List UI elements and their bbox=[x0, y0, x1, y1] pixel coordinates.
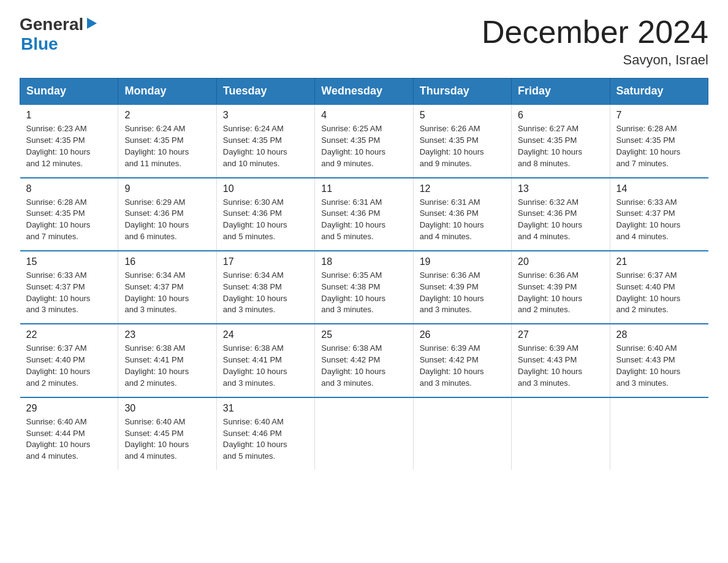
svg-marker-0 bbox=[87, 18, 97, 29]
calendar-cell: 26 Sunrise: 6:39 AM Sunset: 4:42 PM Dayl… bbox=[413, 324, 511, 397]
day-number: 27 bbox=[518, 329, 603, 340]
day-number: 15 bbox=[26, 256, 112, 267]
day-info: Sunrise: 6:37 AM Sunset: 4:40 PM Dayligh… bbox=[616, 270, 702, 316]
calendar-cell bbox=[610, 397, 708, 470]
day-number: 10 bbox=[223, 183, 308, 194]
calendar-cell: 23 Sunrise: 6:38 AM Sunset: 4:41 PM Dayl… bbox=[118, 324, 216, 397]
day-info: Sunrise: 6:23 AM Sunset: 4:35 PM Dayligh… bbox=[26, 123, 112, 169]
day-info: Sunrise: 6:25 AM Sunset: 4:35 PM Dayligh… bbox=[321, 123, 406, 169]
day-header-saturday: Saturday bbox=[610, 79, 708, 105]
logo: General Blue bbox=[20, 15, 98, 54]
day-header-friday: Friday bbox=[512, 79, 610, 105]
calendar-cell: 15 Sunrise: 6:33 AM Sunset: 4:37 PM Dayl… bbox=[20, 251, 118, 324]
day-number: 22 bbox=[26, 329, 112, 340]
calendar-week-row: 22 Sunrise: 6:37 AM Sunset: 4:40 PM Dayl… bbox=[20, 324, 708, 397]
calendar-week-row: 8 Sunrise: 6:28 AM Sunset: 4:35 PM Dayli… bbox=[20, 178, 708, 251]
calendar-cell bbox=[315, 397, 413, 470]
calendar-week-row: 15 Sunrise: 6:33 AM Sunset: 4:37 PM Dayl… bbox=[20, 251, 708, 324]
day-number: 6 bbox=[518, 110, 603, 121]
day-number: 24 bbox=[223, 329, 308, 340]
calendar-cell: 10 Sunrise: 6:30 AM Sunset: 4:36 PM Dayl… bbox=[216, 178, 314, 251]
logo-blue-text: Blue bbox=[21, 34, 98, 54]
day-number: 7 bbox=[616, 110, 702, 121]
calendar-cell: 30 Sunrise: 6:40 AM Sunset: 4:45 PM Dayl… bbox=[118, 397, 216, 470]
day-number: 12 bbox=[420, 183, 505, 194]
day-info: Sunrise: 6:40 AM Sunset: 4:44 PM Dayligh… bbox=[26, 416, 112, 462]
day-info: Sunrise: 6:33 AM Sunset: 4:37 PM Dayligh… bbox=[616, 197, 702, 243]
day-info: Sunrise: 6:39 AM Sunset: 4:43 PM Dayligh… bbox=[518, 343, 603, 389]
calendar-table: SundayMondayTuesdayWednesdayThursdayFrid… bbox=[20, 78, 708, 470]
calendar-cell: 2 Sunrise: 6:24 AM Sunset: 4:35 PM Dayli… bbox=[118, 104, 216, 177]
day-info: Sunrise: 6:33 AM Sunset: 4:37 PM Dayligh… bbox=[26, 270, 112, 316]
day-number: 17 bbox=[223, 256, 308, 267]
day-number: 16 bbox=[124, 256, 210, 267]
calendar-cell: 19 Sunrise: 6:36 AM Sunset: 4:39 PM Dayl… bbox=[413, 251, 511, 324]
calendar-cell: 18 Sunrise: 6:35 AM Sunset: 4:38 PM Dayl… bbox=[315, 251, 413, 324]
day-info: Sunrise: 6:38 AM Sunset: 4:42 PM Dayligh… bbox=[321, 343, 406, 389]
day-info: Sunrise: 6:36 AM Sunset: 4:39 PM Dayligh… bbox=[420, 270, 505, 316]
day-number: 1 bbox=[26, 110, 112, 121]
calendar-cell: 27 Sunrise: 6:39 AM Sunset: 4:43 PM Dayl… bbox=[512, 324, 610, 397]
day-number: 13 bbox=[518, 183, 603, 194]
day-number: 29 bbox=[26, 403, 112, 414]
calendar-title: December 2024 bbox=[482, 15, 708, 50]
calendar-cell: 7 Sunrise: 6:28 AM Sunset: 4:35 PM Dayli… bbox=[610, 104, 708, 177]
day-number: 3 bbox=[223, 110, 308, 121]
days-header-row: SundayMondayTuesdayWednesdayThursdayFrid… bbox=[20, 79, 708, 105]
day-info: Sunrise: 6:28 AM Sunset: 4:35 PM Dayligh… bbox=[26, 197, 112, 243]
day-info: Sunrise: 6:24 AM Sunset: 4:35 PM Dayligh… bbox=[223, 123, 308, 169]
calendar-cell: 3 Sunrise: 6:24 AM Sunset: 4:35 PM Dayli… bbox=[216, 104, 314, 177]
day-number: 9 bbox=[124, 183, 210, 194]
day-header-sunday: Sunday bbox=[20, 79, 118, 105]
page-header: General Blue December 2024 Savyon, Israe… bbox=[20, 15, 708, 68]
calendar-cell: 29 Sunrise: 6:40 AM Sunset: 4:44 PM Dayl… bbox=[20, 397, 118, 470]
day-number: 5 bbox=[420, 110, 505, 121]
day-info: Sunrise: 6:27 AM Sunset: 4:35 PM Dayligh… bbox=[518, 123, 603, 169]
calendar-cell: 20 Sunrise: 6:36 AM Sunset: 4:39 PM Dayl… bbox=[512, 251, 610, 324]
calendar-cell: 11 Sunrise: 6:31 AM Sunset: 4:36 PM Dayl… bbox=[315, 178, 413, 251]
day-number: 11 bbox=[321, 183, 406, 194]
title-block: December 2024 Savyon, Israel bbox=[482, 15, 708, 68]
calendar-cell: 8 Sunrise: 6:28 AM Sunset: 4:35 PM Dayli… bbox=[20, 178, 118, 251]
calendar-cell: 25 Sunrise: 6:38 AM Sunset: 4:42 PM Dayl… bbox=[315, 324, 413, 397]
day-info: Sunrise: 6:40 AM Sunset: 4:43 PM Dayligh… bbox=[616, 343, 702, 389]
day-number: 23 bbox=[124, 329, 210, 340]
day-info: Sunrise: 6:38 AM Sunset: 4:41 PM Dayligh… bbox=[124, 343, 210, 389]
calendar-cell: 13 Sunrise: 6:32 AM Sunset: 4:36 PM Dayl… bbox=[512, 178, 610, 251]
day-info: Sunrise: 6:31 AM Sunset: 4:36 PM Dayligh… bbox=[321, 197, 406, 243]
day-header-tuesday: Tuesday bbox=[216, 79, 314, 105]
calendar-cell: 28 Sunrise: 6:40 AM Sunset: 4:43 PM Dayl… bbox=[610, 324, 708, 397]
day-number: 28 bbox=[616, 329, 702, 340]
day-header-wednesday: Wednesday bbox=[315, 79, 413, 105]
calendar-cell bbox=[512, 397, 610, 470]
calendar-cell: 14 Sunrise: 6:33 AM Sunset: 4:37 PM Dayl… bbox=[610, 178, 708, 251]
calendar-cell: 5 Sunrise: 6:26 AM Sunset: 4:35 PM Dayli… bbox=[413, 104, 511, 177]
day-number: 2 bbox=[124, 110, 210, 121]
day-info: Sunrise: 6:32 AM Sunset: 4:36 PM Dayligh… bbox=[518, 197, 603, 243]
calendar-subtitle: Savyon, Israel bbox=[482, 52, 708, 68]
calendar-week-row: 1 Sunrise: 6:23 AM Sunset: 4:35 PM Dayli… bbox=[20, 104, 708, 177]
day-info: Sunrise: 6:28 AM Sunset: 4:35 PM Dayligh… bbox=[616, 123, 702, 169]
day-info: Sunrise: 6:36 AM Sunset: 4:39 PM Dayligh… bbox=[518, 270, 603, 316]
day-header-monday: Monday bbox=[118, 79, 216, 105]
day-number: 25 bbox=[321, 329, 406, 340]
day-info: Sunrise: 6:30 AM Sunset: 4:36 PM Dayligh… bbox=[223, 197, 308, 243]
calendar-cell: 21 Sunrise: 6:37 AM Sunset: 4:40 PM Dayl… bbox=[610, 251, 708, 324]
day-info: Sunrise: 6:29 AM Sunset: 4:36 PM Dayligh… bbox=[124, 197, 210, 243]
logo-general-text: General bbox=[20, 15, 83, 34]
day-number: 4 bbox=[321, 110, 406, 121]
day-info: Sunrise: 6:39 AM Sunset: 4:42 PM Dayligh… bbox=[420, 343, 505, 389]
logo-arrow-icon bbox=[85, 17, 98, 30]
day-info: Sunrise: 6:26 AM Sunset: 4:35 PM Dayligh… bbox=[420, 123, 505, 169]
day-info: Sunrise: 6:31 AM Sunset: 4:36 PM Dayligh… bbox=[420, 197, 505, 243]
day-number: 30 bbox=[124, 403, 210, 414]
day-info: Sunrise: 6:38 AM Sunset: 4:41 PM Dayligh… bbox=[223, 343, 308, 389]
day-info: Sunrise: 6:40 AM Sunset: 4:45 PM Dayligh… bbox=[124, 416, 210, 462]
day-number: 19 bbox=[420, 256, 505, 267]
calendar-cell: 1 Sunrise: 6:23 AM Sunset: 4:35 PM Dayli… bbox=[20, 104, 118, 177]
calendar-cell: 6 Sunrise: 6:27 AM Sunset: 4:35 PM Dayli… bbox=[512, 104, 610, 177]
calendar-cell: 24 Sunrise: 6:38 AM Sunset: 4:41 PM Dayl… bbox=[216, 324, 314, 397]
calendar-cell: 17 Sunrise: 6:34 AM Sunset: 4:38 PM Dayl… bbox=[216, 251, 314, 324]
day-info: Sunrise: 6:40 AM Sunset: 4:46 PM Dayligh… bbox=[223, 416, 308, 462]
day-info: Sunrise: 6:37 AM Sunset: 4:40 PM Dayligh… bbox=[26, 343, 112, 389]
